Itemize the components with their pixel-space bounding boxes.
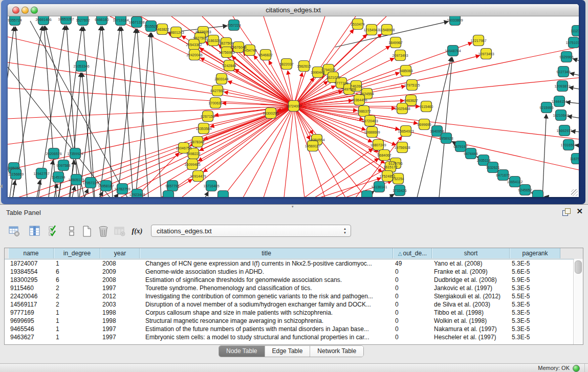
graph-node-label: 12154943 bbox=[363, 28, 379, 32]
graph-node-label: 17359924 bbox=[67, 152, 83, 156]
table-cell: Tibbo et al. (1998) bbox=[434, 309, 509, 317]
graph-node-label: 15654923 bbox=[398, 129, 413, 133]
table-row[interactable]: 946362711997Embryonic stem cells: a mode… bbox=[5, 333, 573, 341]
network-window-titlebar[interactable]: citations_edges.txt bbox=[8, 4, 579, 16]
graph-node-label: 12444154 bbox=[551, 100, 567, 103]
graph-node-label: 20973493 bbox=[392, 54, 408, 57]
graph-node-label: 9245652 bbox=[518, 188, 532, 192]
vertical-scrollbar[interactable] bbox=[574, 259, 583, 344]
graph-node[interactable] bbox=[218, 191, 229, 198]
table-row[interactable]: 1830029562008Estimation of significance … bbox=[5, 276, 573, 284]
table-cell: Structural magnetic resonance image aver… bbox=[145, 317, 392, 325]
table-cell: Nakamura et al. (1997) bbox=[434, 325, 509, 333]
table-cell: 1997 bbox=[102, 284, 139, 292]
table-cell: 0 bbox=[395, 309, 431, 317]
graph-node-label: 12093872 bbox=[554, 84, 570, 88]
function-builder-icon[interactable]: f(x) bbox=[130, 224, 144, 238]
network-canvas[interactable]: 9355724206914061065328715276026466160107… bbox=[8, 16, 579, 197]
graph-node-label: 1621072 bbox=[326, 76, 340, 79]
graph-node-label: 1733426 bbox=[393, 189, 406, 192]
table-cell: 5.5E-5 bbox=[512, 292, 559, 300]
graph-node-label: 9355724 bbox=[8, 18, 21, 22]
table-row[interactable]: 1456911722003Disruption of a novel membe… bbox=[5, 300, 573, 309]
graph-node-label: 7485063 bbox=[399, 69, 412, 73]
table-row[interactable]: 911546021997Tourette syndrome. Phenomeno… bbox=[5, 284, 573, 292]
graph-node-label: 18756985 bbox=[219, 51, 234, 54]
graph-node-label: 18724007 bbox=[286, 104, 301, 108]
table-row[interactable]: 1938455462009Genome-wide association stu… bbox=[5, 268, 573, 276]
graph-node-label: 10025488 bbox=[394, 107, 410, 111]
table-settings-icon[interactable] bbox=[7, 224, 21, 238]
graph-node-label: 7632621 bbox=[486, 166, 499, 169]
tab-network-table[interactable]: Network Table bbox=[310, 346, 363, 357]
graph-node-label: 5498222 bbox=[186, 152, 200, 156]
graph-node[interactable] bbox=[163, 191, 174, 198]
resize-grip-icon[interactable] bbox=[571, 189, 578, 196]
table-cell: 5.3E-5 bbox=[512, 309, 559, 317]
column-header-title[interactable]: title bbox=[140, 248, 393, 258]
graph-node-label: 1167533 bbox=[570, 157, 579, 161]
column-header-year[interactable]: year bbox=[100, 248, 140, 258]
graph-node-label: 6794028 bbox=[321, 68, 335, 72]
table-cell: Estimation of significance thresholds fo… bbox=[145, 276, 392, 284]
tab-node-table[interactable]: Node Table bbox=[219, 346, 265, 357]
graph-node-label: 8267150 bbox=[201, 115, 214, 118]
graph-node-label: 8427552 bbox=[210, 89, 224, 93]
column-header-in_degree[interactable]: in_degree bbox=[54, 248, 100, 258]
graph-node-label: 8186328 bbox=[206, 39, 220, 42]
graph-node-label: 9463627 bbox=[404, 99, 418, 102]
graph-node-label: 21053346 bbox=[73, 64, 89, 68]
graph-node-label: 17957223 bbox=[82, 181, 98, 185]
table-cell: 18724007 bbox=[10, 259, 53, 268]
table-row[interactable]: 1872400712008Changes of HCN gene express… bbox=[5, 259, 573, 268]
graph-node-label: 9474444 bbox=[464, 152, 477, 156]
table-row[interactable]: 969969511998Structural magnetic resonanc… bbox=[5, 317, 573, 325]
table-cell: de Silva et al. (2003) bbox=[434, 300, 509, 309]
column-header-pagerank[interactable]: pagerank bbox=[510, 248, 560, 258]
column-header-out_de[interactable]: △out_de... bbox=[393, 248, 432, 258]
graph-node-label: 10914479 bbox=[190, 174, 206, 178]
new-table-icon[interactable] bbox=[80, 224, 94, 238]
collapse-handle-icon[interactable] bbox=[0, 184, 3, 188]
scrollbar-thumb[interactable] bbox=[575, 260, 582, 274]
graph-node[interactable] bbox=[533, 190, 543, 198]
graph-node-label: 15692971 bbox=[556, 129, 572, 133]
graph-node-label: 20364456 bbox=[351, 98, 367, 102]
graph-node[interactable] bbox=[362, 191, 373, 198]
graph-node-label: 9699695 bbox=[417, 123, 431, 126]
graph-node-label: 9546822 bbox=[258, 53, 272, 57]
graph-node-label: 10653287 bbox=[58, 17, 74, 21]
graph-node-label: 10654112 bbox=[507, 180, 523, 184]
selection-mode-icon[interactable] bbox=[47, 224, 61, 238]
row-height-icon[interactable] bbox=[64, 224, 79, 238]
column-visibility-icon[interactable] bbox=[28, 224, 42, 238]
splitter-handle[interactable]: ▾ bbox=[292, 205, 296, 208]
graph-node-label: 9777169 bbox=[334, 81, 348, 85]
table-panel: ▾ Table Panel ✕ bbox=[0, 204, 588, 363]
float-panel-icon[interactable] bbox=[562, 208, 571, 216]
graph-node-label: 20691406 bbox=[35, 18, 51, 21]
table-cell: 9115460 bbox=[10, 284, 53, 292]
network-view-frame: citations_edges.txt 93557242069140610653… bbox=[1, 0, 585, 204]
node-table: namein_degreeyeartitle△out_de...shortpag… bbox=[4, 248, 583, 345]
graph-node-label: 1510474 bbox=[351, 23, 364, 26]
panel-title: Table Panel bbox=[6, 209, 41, 216]
table-cell: 2012 bbox=[102, 292, 139, 300]
graph-node-label: 16958187 bbox=[98, 184, 114, 188]
graph-node-label: 16210643 bbox=[553, 114, 569, 117]
table-row[interactable]: 2242004622012Investigating the contribut… bbox=[5, 292, 573, 300]
table-row[interactable]: 946554611997Estimation of the future num… bbox=[5, 325, 573, 333]
table-selector-dropdown[interactable]: citations_edges.txt ▲▼ bbox=[151, 225, 351, 237]
tab-edge-table[interactable]: Edge Table bbox=[265, 346, 311, 357]
column-header-short[interactable]: short bbox=[432, 248, 510, 258]
delete-table-icon[interactable] bbox=[96, 224, 111, 238]
graph-node-label: 9242844 bbox=[222, 64, 236, 68]
citation-graph[interactable]: 9355724206914061065328715276026466160107… bbox=[8, 16, 579, 197]
import-table-icon[interactable] bbox=[113, 224, 127, 238]
column-header-name[interactable]: name bbox=[8, 248, 54, 258]
table-row[interactable]: 977716911998Corpus callosum shape and si… bbox=[5, 309, 573, 317]
table-cell: 18300295 bbox=[10, 276, 53, 284]
graph-node-label: 15720403 bbox=[362, 119, 378, 123]
graph-node-label: 16807249 bbox=[370, 143, 386, 147]
close-panel-icon[interactable]: ✕ bbox=[576, 207, 583, 215]
